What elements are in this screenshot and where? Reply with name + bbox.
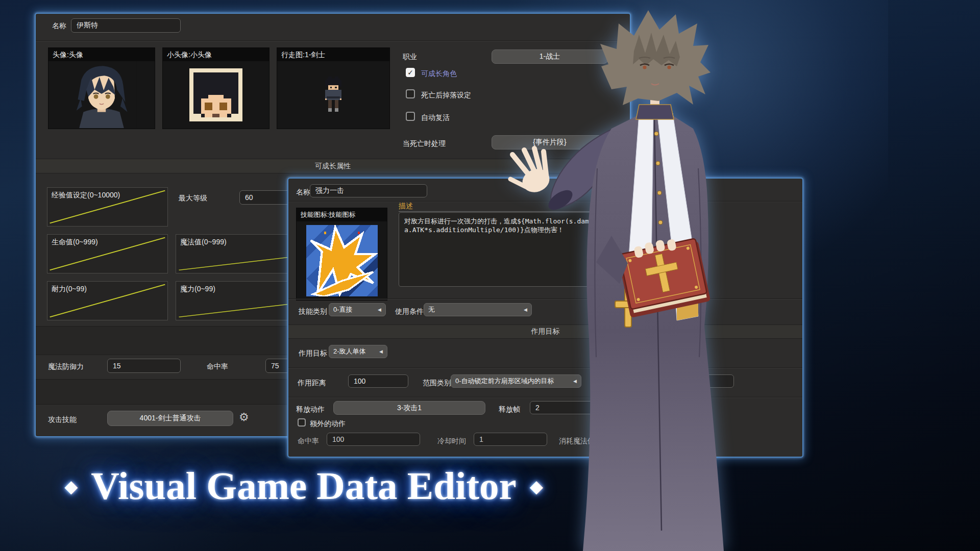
character-name-input[interactable] xyxy=(71,18,181,33)
skill-hit-input[interactable] xyxy=(327,433,420,446)
checkbox-extra-action[interactable] xyxy=(298,418,306,427)
cast-action-button[interactable]: 3-攻击1 xyxy=(333,401,485,415)
stamina-curve-cell[interactable]: 耐力(0~99) xyxy=(47,281,168,320)
target-value: 2-敌人单体 xyxy=(333,347,366,356)
range-label: 作用距离 xyxy=(298,378,326,387)
checkbox-death-drop[interactable] xyxy=(406,89,415,98)
target-dropdown[interactable]: 2-敌人单体 ◀ xyxy=(329,345,387,358)
magic-curve-label: 魔力(0~99) xyxy=(180,285,215,294)
hp-curve-cell[interactable]: 生命值(0~999) xyxy=(47,234,168,273)
checkbox-growable[interactable]: ✓ xyxy=(406,68,415,77)
magic-defense-input[interactable] xyxy=(107,359,181,373)
diamond-icon: ◆ xyxy=(64,476,78,496)
page-title: Visual Game Data Editor xyxy=(91,463,516,509)
small-portrait-panel-title: 小头像:小头像 xyxy=(163,48,269,61)
walk-sprite-panel[interactable]: 行走图:1-剑士 xyxy=(277,47,390,129)
portrait-panel[interactable]: 头像:头像 xyxy=(48,47,155,129)
skill-slash-icon xyxy=(306,225,378,296)
skill-name-input[interactable] xyxy=(310,184,427,197)
promo-screenshot: 名称 头像:头像 xyxy=(0,0,980,551)
checkbox-death-drop-label: 死亡后掉落设定 xyxy=(421,90,471,99)
checkbox-growable-label: 可成长角色 xyxy=(421,69,457,78)
checkbox-extra-action-label: 额外的动作 xyxy=(310,419,346,428)
cooldown-label: 冷却时间 xyxy=(437,436,466,445)
hp-curve-label: 生命值(0~999) xyxy=(52,238,98,247)
occupation-label: 职业 xyxy=(403,52,417,61)
on-death-label: 当死亡时处理 xyxy=(403,139,446,148)
skill-name-label: 名称 xyxy=(296,187,310,196)
small-portrait-panel[interactable]: 小头像:小头像 xyxy=(162,47,270,129)
description-label: 描述 xyxy=(399,202,413,210)
exp-curve-label: 经验值设定(0~10000) xyxy=(52,191,120,200)
growth-section-title: 可成长属性 xyxy=(315,162,351,171)
range-type-label: 范围类别 xyxy=(423,378,451,387)
range-input[interactable] xyxy=(348,374,408,388)
skill-icon-panel[interactable]: 技能图标:技能图标 xyxy=(296,208,387,300)
skill-type-value: 0-直接 xyxy=(333,305,353,314)
name-label: 名称 xyxy=(52,21,66,30)
hit-rate-label: 命中率 xyxy=(207,362,228,371)
checkbox-auto-revive[interactable] xyxy=(406,112,415,121)
skill-icon-panel-title: 技能图标:技能图标 xyxy=(297,208,387,221)
portrait-image xyxy=(66,62,137,128)
small-portrait-pixel-image xyxy=(186,65,246,125)
use-condition-value: 无 xyxy=(428,305,435,314)
walk-sprite-panel-title: 行走图:1-剑士 xyxy=(277,48,389,61)
dropdown-arrow-icon: ◀ xyxy=(376,349,383,354)
magic-defense-label: 魔法防御力 xyxy=(48,362,84,371)
exp-curve-cell[interactable]: 经验值设定(0~10000) xyxy=(47,187,168,227)
skill-hit-label: 命中率 xyxy=(298,436,319,445)
attack-skill-button[interactable]: 4001-剑士普通攻击 xyxy=(107,411,233,426)
cast-action-label: 释放动作 xyxy=(296,405,325,414)
dropdown-arrow-icon: ◀ xyxy=(375,307,381,312)
checkbox-auto-revive-label: 自动复活 xyxy=(421,113,450,122)
mp-curve-label: 魔法值(0~999) xyxy=(180,238,227,247)
portrait-panel-title: 头像:头像 xyxy=(48,48,155,61)
attack-skill-label: 攻击技能 xyxy=(48,415,77,424)
stamina-curve-label: 耐力(0~99) xyxy=(52,285,87,294)
walk-sprite-pixel-image xyxy=(320,75,347,115)
skill-type-dropdown[interactable]: 0-直接 ◀ xyxy=(329,303,386,316)
skill-type-label: 技能类别 xyxy=(299,307,327,316)
max-level-label: 最大等级 xyxy=(179,193,207,203)
character-illustration xyxy=(475,0,801,551)
check-icon: ✓ xyxy=(407,68,413,77)
use-condition-label: 使用条件 xyxy=(395,307,424,316)
target-label: 作用目标 xyxy=(299,348,327,358)
gear-icon[interactable]: ⚙ xyxy=(239,412,249,423)
